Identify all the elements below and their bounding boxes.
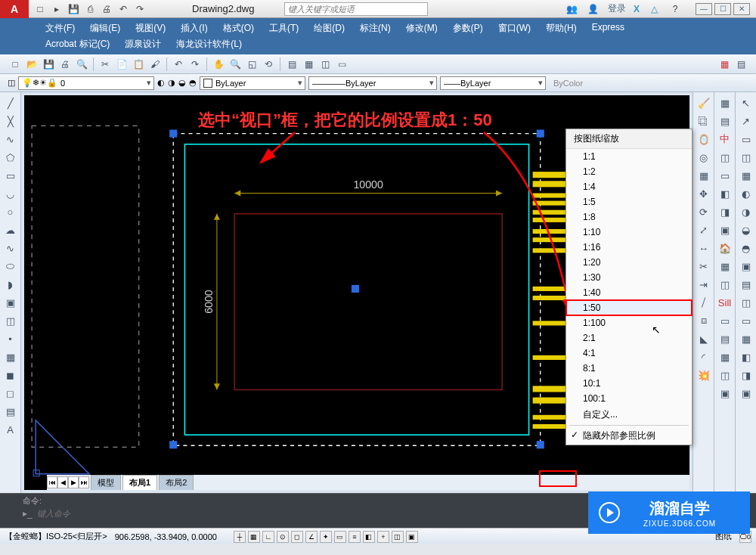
tb-preview[interactable]: 🔍 <box>74 57 89 72</box>
search-box[interactable] <box>284 2 428 16</box>
c1-15[interactable]: ▦ <box>717 349 733 364</box>
osnap-toggle[interactable]: ◻ <box>291 531 303 543</box>
c2-9[interactable]: ◓ <box>738 240 754 256</box>
tool-block[interactable]: ◫ <box>2 313 19 328</box>
layer-combo[interactable]: 💡❄☀🔒 0 <box>18 76 154 90</box>
c2-4[interactable]: ◫ <box>738 150 754 165</box>
mod-move[interactable]: ✥ <box>696 186 712 201</box>
tpy-toggle[interactable]: ◧ <box>363 531 375 543</box>
c1-14[interactable]: ▤ <box>717 331 733 346</box>
c1-6[interactable]: ◧ <box>717 186 733 201</box>
sc-toggle[interactable]: ◫ <box>392 531 404 543</box>
mod-scale[interactable]: ⤢ <box>696 222 712 237</box>
c2-8[interactable]: ◒ <box>738 222 754 237</box>
tool-ellipse[interactable]: ⬭ <box>2 259 19 274</box>
color-combo[interactable]: ByLayer <box>200 76 305 90</box>
otrack-toggle[interactable]: ∠ <box>305 531 318 543</box>
tb-undo[interactable]: ↶ <box>171 57 186 72</box>
c1-13[interactable]: ▭ <box>717 313 733 328</box>
search-input[interactable] <box>285 3 427 15</box>
c2-17[interactable]: ▣ <box>738 386 754 401</box>
tab-layout1[interactable]: 布局1 <box>122 475 157 491</box>
tb-zoom2[interactable]: ◱ <box>244 57 259 72</box>
c1-12[interactable]: Sill <box>717 295 733 310</box>
undo-icon[interactable]: ↶ <box>116 2 130 16</box>
scale-100-1[interactable]: 100:1 <box>566 391 692 406</box>
c2-14[interactable]: ▦ <box>738 331 754 346</box>
c2-12[interactable]: ◫ <box>738 295 754 310</box>
mod-copy[interactable]: ⿻ <box>696 113 712 129</box>
ortho-toggle[interactable]: ∟ <box>262 531 274 543</box>
tool-revcloud[interactable]: ☁ <box>2 222 19 237</box>
tb-orbit[interactable]: ⟲ <box>261 57 276 72</box>
new-icon[interactable]: □ <box>33 2 47 16</box>
tab-nav-prev[interactable]: ◀ <box>57 476 68 488</box>
tool-ellipsearc[interactable]: ◗ <box>2 277 19 292</box>
user-icon[interactable]: 👤 <box>587 2 600 16</box>
infocenter-icon[interactable]: 👥 <box>565 2 579 16</box>
menu-edit[interactable]: 编辑(E) <box>82 20 128 36</box>
c2-3[interactable]: ▭ <box>738 132 754 147</box>
saveas-icon[interactable]: ⎙ <box>83 2 97 16</box>
tb-pdf[interactable]: ▦ <box>717 57 732 72</box>
print-icon[interactable]: 🖨 <box>100 2 113 16</box>
tool-table[interactable]: ▤ <box>2 404 19 419</box>
mod-join[interactable]: ⧈ <box>696 313 712 328</box>
menu-modify[interactable]: 修改(M) <box>398 20 445 36</box>
layer-match-icon[interactable]: ◑ <box>168 78 175 88</box>
tool-rect[interactable]: ▭ <box>2 168 19 183</box>
layer-prev-icon[interactable]: ◒ <box>178 78 186 88</box>
tool-region[interactable]: ◻ <box>2 386 19 401</box>
c1-4[interactable]: ◫ <box>717 150 733 165</box>
scale-8-1[interactable]: 8:1 <box>566 361 692 376</box>
c2-13[interactable]: ▭ <box>738 313 754 328</box>
c2-5[interactable]: ▦ <box>738 168 754 183</box>
tb-copy[interactable]: 📄 <box>114 57 129 72</box>
c2-6[interactable]: ◐ <box>738 186 754 201</box>
scale-1-100[interactable]: 1:100 <box>566 315 692 330</box>
layer-iso-icon[interactable]: ◐ <box>157 78 165 88</box>
scale-1-20[interactable]: 1:20 <box>566 255 692 270</box>
a360-icon[interactable]: △ <box>647 2 661 16</box>
mod-mirror[interactable]: 🪞 <box>696 132 712 147</box>
tool-gradient[interactable]: ◼ <box>2 367 19 383</box>
am-toggle[interactable]: ▣ <box>406 531 418 543</box>
maximize-button[interactable]: ☐ <box>714 3 731 15</box>
menu-acrobat[interactable]: Acrobat 标记(C) <box>38 36 117 52</box>
scale-1-5[interactable]: 1:5 <box>566 194 692 209</box>
scale-hide-xref[interactable]: 隐藏外部参照比例 <box>566 427 692 445</box>
linetype-combo[interactable]: ———— ByLayer <box>308 76 437 90</box>
dyn-toggle[interactable]: ▭ <box>334 531 346 543</box>
menu-file[interactable]: 文件(F) <box>38 20 82 36</box>
mod-stretch[interactable]: ↔ <box>696 240 712 256</box>
mod-extend[interactable]: ⇥ <box>696 277 712 292</box>
scale-custom[interactable]: 自定义... <box>566 406 692 423</box>
minimize-button[interactable]: — <box>696 3 712 15</box>
menu-tools[interactable]: 工具(T) <box>262 20 306 36</box>
menu-format[interactable]: 格式(O) <box>215 20 262 36</box>
c2-15[interactable]: ◧ <box>738 349 754 364</box>
tb-print[interactable]: 🖨 <box>57 57 73 72</box>
menu-hailong[interactable]: 海龙设计软件(L) <box>169 36 249 52</box>
lineweight-combo[interactable]: —— ByLayer <box>440 76 546 90</box>
c2-2[interactable]: ↗ <box>738 113 754 129</box>
c2-16[interactable]: ◨ <box>738 367 754 383</box>
scale-4-1[interactable]: 4:1 <box>566 346 692 361</box>
mod-offset[interactable]: ◎ <box>696 150 712 165</box>
tool-text[interactable]: A <box>2 422 19 437</box>
mod-break[interactable]: ⧸ <box>696 295 712 310</box>
tab-nav-next[interactable]: ▶ <box>68 476 79 488</box>
menu-param[interactable]: 参数(P) <box>445 20 491 36</box>
tool-circle[interactable]: ○ <box>2 204 19 219</box>
c1-7[interactable]: ◨ <box>717 204 733 219</box>
tb-calc[interactable]: ▭ <box>334 57 349 72</box>
layer-props-icon[interactable]: ◫ <box>8 78 15 88</box>
c1-11[interactable]: ◫ <box>717 277 733 292</box>
mod-trim[interactable]: ✂ <box>696 259 712 274</box>
tb-new[interactable]: □ <box>8 57 23 72</box>
layer-walk-icon[interactable]: ◓ <box>189 78 197 88</box>
c1-2[interactable]: ▤ <box>717 113 733 129</box>
scale-1-8[interactable]: 1:8 <box>566 209 692 225</box>
save-icon[interactable]: 💾 <box>67 2 80 16</box>
redo-icon[interactable]: ↷ <box>133 2 147 16</box>
